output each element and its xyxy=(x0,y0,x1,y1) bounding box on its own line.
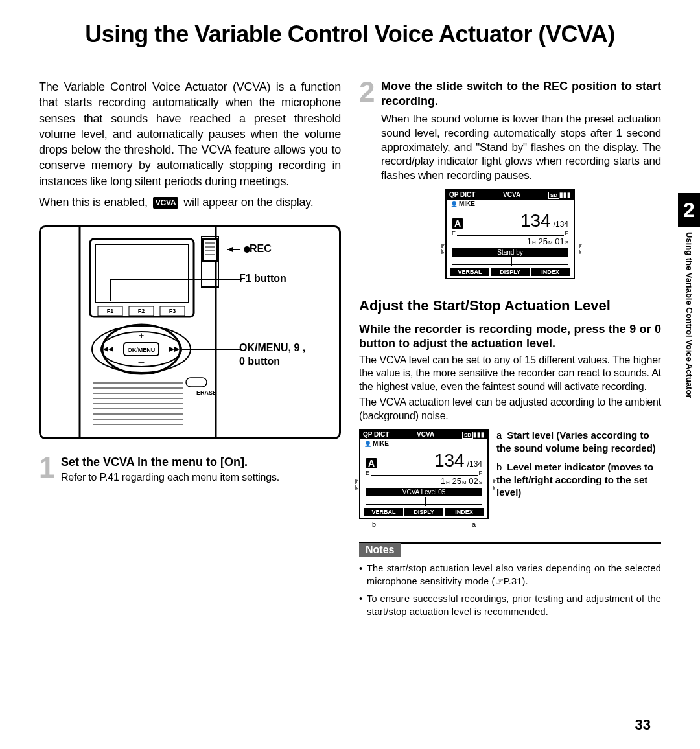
page-title: Using the Variable Control Voice Actuato… xyxy=(39,21,661,48)
level-meter-icon xyxy=(452,259,568,265)
step-2-body: When the sound volume is lower than the … xyxy=(381,112,661,183)
svg-text:–: – xyxy=(138,356,145,369)
adjust-heading: While the recorder is recording mode, pr… xyxy=(359,322,661,351)
content-columns: The Variable Control Voice Actuator (VCV… xyxy=(39,79,661,618)
f1-label: F1 button xyxy=(239,273,286,284)
device-illustration: F1 F2 F3 OK/MENU + – xyxy=(39,225,341,439)
svg-text:OK/MENU: OK/MENU xyxy=(128,347,156,353)
rec-label: REC xyxy=(250,243,272,255)
lcd-standby: QP DICTVCVA SD▮▮▮ MIKE A 134 /134 EF 1H … xyxy=(445,189,575,279)
step-2-heading: Move the slide switch to the REC positio… xyxy=(381,79,661,108)
level-badge: VCVA Level 05 xyxy=(366,488,482,496)
svg-text:+: + xyxy=(139,330,144,341)
page-number: 33 xyxy=(635,717,651,733)
intro-para-2: When this is enabled, VCVA will appear o… xyxy=(39,194,341,210)
folder-icon: A xyxy=(366,458,377,468)
legend-a: aStart level (Varies according to the so… xyxy=(496,429,661,454)
divider xyxy=(359,542,661,544)
level-meter-icon xyxy=(366,498,482,505)
svg-marker-9 xyxy=(228,247,233,252)
note-2: To ensure successful recordings, prior t… xyxy=(359,593,661,618)
step-2: 2 Move the slide switch to the REC posit… xyxy=(359,79,661,183)
left-column: The Variable Control Voice Actuator (VCV… xyxy=(39,79,341,618)
legend-b: bLevel meter indicator (moves to the lef… xyxy=(496,461,661,499)
step-1-number: 1 xyxy=(39,455,56,484)
step-2-number: 2 xyxy=(359,79,376,183)
adjust-body-1: The VCVA level can be set to any of 15 d… xyxy=(359,354,661,393)
chapter-side-tab: 2 Using the Variable Control Voice Actua… xyxy=(678,193,700,398)
notes-tab: Notes xyxy=(359,543,401,557)
svg-rect-11 xyxy=(90,239,194,317)
svg-rect-3 xyxy=(203,239,217,261)
svg-rect-43 xyxy=(186,378,207,387)
adjust-body-2: The VCVA actuation level can be adjusted… xyxy=(359,396,661,422)
standby-badge: Stand by xyxy=(452,248,568,257)
adjust-subhead: Adjust the Start/Stop Actuation Level xyxy=(359,297,661,314)
note-1: The start/stop actuation level also vari… xyxy=(359,562,661,588)
chapter-number: 2 xyxy=(678,193,700,227)
svg-text:F3: F3 xyxy=(169,308,176,314)
svg-rect-12 xyxy=(95,244,189,303)
svg-text:F1: F1 xyxy=(107,308,114,314)
folder-icon: A xyxy=(452,218,463,229)
intro-para-1: The Variable Control Voice Actuator (VCV… xyxy=(39,79,341,189)
vcva-badge-icon: VCVA xyxy=(153,197,179,209)
chapter-label: Using the Variable Control Voice Actuato… xyxy=(684,232,694,398)
right-column: 2 Move the slide switch to the REC posit… xyxy=(359,79,661,618)
lcd-level: QP DICTVCVA SD▮▮▮ MIKE A 134 /134 EF 1H … xyxy=(359,429,489,528)
okmenu-label: OK/MENU, 9 , 0 button xyxy=(239,341,305,369)
step-1-body: Refer to P.41 regarding each menu item s… xyxy=(61,471,279,484)
svg-text:F2: F2 xyxy=(138,308,145,314)
svg-text:ERASE: ERASE xyxy=(196,389,216,396)
step-1-heading: Set the VCVA in the menu to [On]. xyxy=(61,455,279,470)
step-1: 1 Set the VCVA in the menu to [On]. Refe… xyxy=(39,455,341,484)
